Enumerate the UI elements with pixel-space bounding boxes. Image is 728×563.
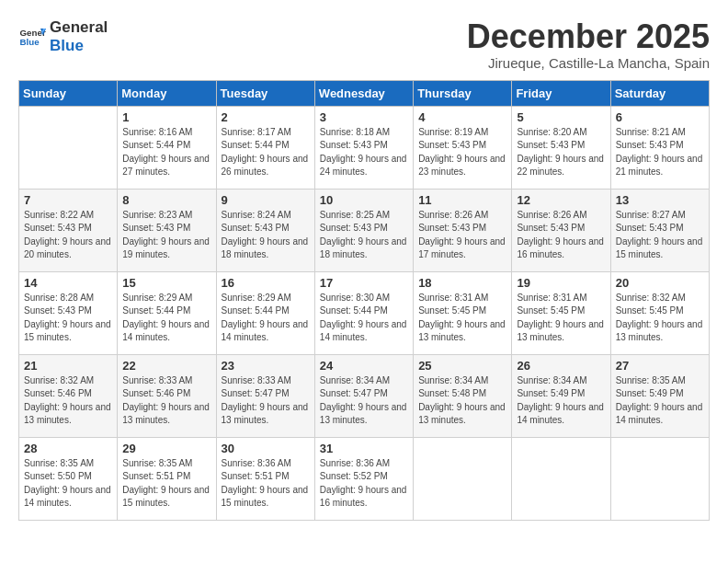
logo-general: General [50,18,108,37]
calendar-cell: 21Sunrise: 8:32 AMSunset: 5:46 PMDayligh… [19,354,118,437]
calendar-cell [19,106,118,189]
day-number: 23 [222,359,310,373]
day-info: Sunrise: 8:28 AMSunset: 5:43 PMDaylight:… [24,292,112,345]
weekday-header-wednesday: Wednesday [314,80,413,106]
calendar-cell: 23Sunrise: 8:33 AMSunset: 5:47 PMDayligh… [216,354,314,437]
calendar-cell: 10Sunrise: 8:25 AMSunset: 5:43 PMDayligh… [314,189,413,271]
day-number: 8 [122,193,210,207]
day-info: Sunrise: 8:27 AMSunset: 5:43 PMDaylight:… [616,209,704,262]
calendar-cell: 5Sunrise: 8:20 AMSunset: 5:43 PMDaylight… [512,106,610,189]
day-number: 20 [616,276,704,290]
calendar-cell [610,437,709,520]
calendar-cell: 11Sunrise: 8:26 AMSunset: 5:43 PMDayligh… [414,189,512,271]
day-info: Sunrise: 8:26 AMSunset: 5:43 PMDaylight:… [418,209,506,262]
day-info: Sunrise: 8:29 AMSunset: 5:44 PMDaylight:… [222,292,310,345]
calendar-week-5: 28Sunrise: 8:35 AMSunset: 5:50 PMDayligh… [19,437,710,520]
calendar-cell: 8Sunrise: 8:23 AMSunset: 5:43 PMDaylight… [118,189,216,271]
day-info: Sunrise: 8:35 AMSunset: 5:49 PMDaylight:… [616,374,704,428]
day-number: 31 [320,442,408,455]
day-info: Sunrise: 8:24 AMSunset: 5:43 PMDaylight:… [222,209,310,262]
weekday-header-monday: Monday [118,80,216,106]
day-info: Sunrise: 8:22 AMSunset: 5:43 PMDaylight:… [24,209,112,262]
day-number: 10 [320,193,408,207]
day-number: 26 [517,359,605,373]
day-info: Sunrise: 8:18 AMSunset: 5:43 PMDaylight:… [320,126,408,179]
calendar-cell: 13Sunrise: 8:27 AMSunset: 5:43 PMDayligh… [610,189,709,271]
day-info: Sunrise: 8:26 AMSunset: 5:43 PMDaylight:… [517,209,605,262]
calendar-cell: 7Sunrise: 8:22 AMSunset: 5:43 PMDaylight… [19,189,118,271]
calendar-cell: 17Sunrise: 8:30 AMSunset: 5:44 PMDayligh… [314,271,413,354]
day-number: 17 [320,276,408,290]
day-info: Sunrise: 8:31 AMSunset: 5:45 PMDaylight:… [517,292,605,345]
weekday-header-sunday: Sunday [19,80,118,106]
day-info: Sunrise: 8:23 AMSunset: 5:43 PMDaylight:… [122,209,210,262]
calendar-week-1: 1Sunrise: 8:16 AMSunset: 5:44 PMDaylight… [19,106,710,189]
day-number: 3 [320,110,408,124]
calendar-cell [414,437,512,520]
calendar-cell [512,437,610,520]
weekday-header-tuesday: Tuesday [216,80,314,106]
day-number: 6 [616,110,704,124]
calendar-cell: 9Sunrise: 8:24 AMSunset: 5:43 PMDaylight… [216,189,314,271]
day-number: 13 [616,193,704,207]
day-number: 5 [517,110,605,124]
day-info: Sunrise: 8:35 AMSunset: 5:51 PMDaylight:… [122,457,210,511]
calendar-cell: 25Sunrise: 8:34 AMSunset: 5:48 PMDayligh… [414,354,512,437]
day-number: 16 [222,276,310,290]
day-number: 9 [222,193,310,207]
day-number: 11 [418,193,506,207]
calendar-cell: 26Sunrise: 8:34 AMSunset: 5:49 PMDayligh… [512,354,610,437]
calendar-week-3: 14Sunrise: 8:28 AMSunset: 5:43 PMDayligh… [19,271,710,354]
calendar-cell: 18Sunrise: 8:31 AMSunset: 5:45 PMDayligh… [414,271,512,354]
day-info: Sunrise: 8:30 AMSunset: 5:44 PMDaylight:… [320,292,408,345]
day-number: 28 [24,442,112,455]
svg-text:Blue: Blue [20,37,40,47]
location-title: Jirueque, Castille-La Mancha, Spain [467,55,710,71]
day-info: Sunrise: 8:21 AMSunset: 5:43 PMDaylight:… [616,126,704,179]
day-info: Sunrise: 8:16 AMSunset: 5:44 PMDaylight:… [122,126,210,179]
day-info: Sunrise: 8:20 AMSunset: 5:43 PMDaylight:… [517,126,605,179]
logo-icon: General Blue [18,23,46,51]
calendar-cell: 1Sunrise: 8:16 AMSunset: 5:44 PMDaylight… [118,106,216,189]
calendar-cell: 22Sunrise: 8:33 AMSunset: 5:46 PMDayligh… [118,354,216,437]
day-info: Sunrise: 8:34 AMSunset: 5:49 PMDaylight:… [517,374,605,428]
weekday-header-friday: Friday [512,80,610,106]
day-info: Sunrise: 8:32 AMSunset: 5:45 PMDaylight:… [616,292,704,345]
day-number: 27 [616,359,704,373]
calendar-cell: 19Sunrise: 8:31 AMSunset: 5:45 PMDayligh… [512,271,610,354]
calendar-cell: 6Sunrise: 8:21 AMSunset: 5:43 PMDaylight… [610,106,709,189]
day-info: Sunrise: 8:32 AMSunset: 5:46 PMDaylight:… [24,374,112,428]
day-info: Sunrise: 8:19 AMSunset: 5:43 PMDaylight:… [418,126,506,179]
calendar-cell: 2Sunrise: 8:17 AMSunset: 5:44 PMDaylight… [216,106,314,189]
day-info: Sunrise: 8:29 AMSunset: 5:44 PMDaylight:… [122,292,210,345]
day-number: 2 [222,110,310,124]
calendar-week-4: 21Sunrise: 8:32 AMSunset: 5:46 PMDayligh… [19,354,710,437]
calendar-cell: 28Sunrise: 8:35 AMSunset: 5:50 PMDayligh… [19,437,118,520]
calendar-week-2: 7Sunrise: 8:22 AMSunset: 5:43 PMDaylight… [19,189,710,271]
calendar-cell: 14Sunrise: 8:28 AMSunset: 5:43 PMDayligh… [19,271,118,354]
weekday-header-row: SundayMondayTuesdayWednesdayThursdayFrid… [19,80,710,106]
day-info: Sunrise: 8:25 AMSunset: 5:43 PMDaylight:… [320,209,408,262]
calendar-cell: 24Sunrise: 8:34 AMSunset: 5:47 PMDayligh… [314,354,413,437]
calendar-cell: 12Sunrise: 8:26 AMSunset: 5:43 PMDayligh… [512,189,610,271]
calendar-cell: 27Sunrise: 8:35 AMSunset: 5:49 PMDayligh… [610,354,709,437]
weekday-header-thursday: Thursday [414,80,512,106]
day-info: Sunrise: 8:34 AMSunset: 5:47 PMDaylight:… [320,374,408,428]
day-number: 30 [222,442,310,455]
day-number: 24 [320,359,408,373]
day-number: 14 [24,276,112,290]
calendar-cell: 16Sunrise: 8:29 AMSunset: 5:44 PMDayligh… [216,271,314,354]
header: General Blue General Blue December 2025 … [18,18,710,71]
day-info: Sunrise: 8:17 AMSunset: 5:44 PMDaylight:… [222,126,310,179]
day-info: Sunrise: 8:33 AMSunset: 5:46 PMDaylight:… [122,374,210,428]
logo: General Blue General Blue [18,18,108,56]
day-number: 1 [122,110,210,124]
day-number: 19 [517,276,605,290]
weekday-header-saturday: Saturday [610,80,709,106]
calendar-cell: 4Sunrise: 8:19 AMSunset: 5:43 PMDaylight… [414,106,512,189]
day-number: 29 [122,442,210,455]
calendar-cell: 20Sunrise: 8:32 AMSunset: 5:45 PMDayligh… [610,271,709,354]
calendar-cell: 3Sunrise: 8:18 AMSunset: 5:43 PMDaylight… [314,106,413,189]
day-number: 15 [122,276,210,290]
month-title: December 2025 [467,18,710,55]
